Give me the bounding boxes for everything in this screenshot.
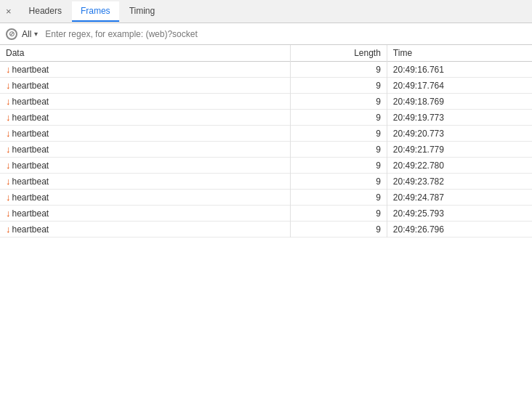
cell-data: ↓heartbeat xyxy=(0,190,290,206)
column-header-length: Length xyxy=(290,45,387,62)
column-header-time: Time xyxy=(387,45,532,62)
table-row[interactable]: ↓heartbeat920:49:20.773 xyxy=(0,126,532,142)
table-row[interactable]: ↓heartbeat920:49:25.793 xyxy=(0,206,532,222)
close-icon[interactable]: × xyxy=(6,6,12,17)
cell-data: ↓heartbeat xyxy=(0,174,290,190)
cell-time: 20:49:16.761 xyxy=(387,62,532,78)
cell-time: 20:49:23.782 xyxy=(387,174,532,190)
cell-length: 9 xyxy=(290,142,387,158)
cell-time: 20:49:17.764 xyxy=(387,78,532,94)
cell-length: 9 xyxy=(290,78,387,94)
tab-headers[interactable]: Headers xyxy=(20,1,70,22)
arrow-down-icon: ↓ xyxy=(6,208,11,219)
table-row[interactable]: ↓heartbeat920:49:21.779 xyxy=(0,142,532,158)
cell-data-text: heartbeat xyxy=(12,161,49,171)
cell-time: 20:49:25.793 xyxy=(387,206,532,222)
cell-data-text: heartbeat xyxy=(12,65,49,75)
cell-time: 20:49:21.779 xyxy=(387,142,532,158)
regex-filter-input[interactable] xyxy=(45,29,526,39)
column-header-data: Data xyxy=(0,45,290,62)
cell-length: 9 xyxy=(290,222,387,237)
tab-bar: × Headers Frames Timing xyxy=(0,0,532,23)
cell-data-text: heartbeat xyxy=(12,224,49,235)
table-row[interactable]: ↓heartbeat920:49:17.764 xyxy=(0,78,532,94)
cell-data-text: heartbeat xyxy=(12,208,49,219)
table-row[interactable]: ↓heartbeat920:49:23.782 xyxy=(0,174,532,190)
arrow-down-icon: ↓ xyxy=(6,64,11,75)
cell-data: ↓heartbeat xyxy=(0,142,290,158)
filter-all-label[interactable]: All xyxy=(22,29,31,39)
cell-length: 9 xyxy=(290,62,387,78)
cell-length: 9 xyxy=(290,126,387,142)
cell-length: 9 xyxy=(290,110,387,126)
arrow-down-icon: ↓ xyxy=(6,160,11,171)
arrow-down-icon: ↓ xyxy=(6,112,11,123)
tab-frames[interactable]: Frames xyxy=(72,1,119,22)
cell-length: 9 xyxy=(290,174,387,190)
frames-table-container: Data Length Time ↓heartbeat920:49:16.761… xyxy=(0,45,532,406)
cell-data-text: heartbeat xyxy=(12,176,49,187)
table-row[interactable]: ↓heartbeat920:49:19.773 xyxy=(0,110,532,126)
arrow-down-icon: ↓ xyxy=(6,80,11,91)
cell-data: ↓heartbeat xyxy=(0,78,290,94)
cell-length: 9 xyxy=(290,94,387,110)
cell-data: ↓heartbeat xyxy=(0,94,290,110)
arrow-down-icon: ↓ xyxy=(6,96,11,107)
cell-time: 20:49:24.787 xyxy=(387,190,532,206)
frames-table: Data Length Time ↓heartbeat920:49:16.761… xyxy=(0,45,532,237)
cell-data-text: heartbeat xyxy=(12,81,49,91)
cell-data: ↓heartbeat xyxy=(0,158,290,174)
block-icon: ⊘ xyxy=(6,28,17,40)
table-row[interactable]: ↓heartbeat920:49:24.787 xyxy=(0,190,532,206)
cell-time: 20:49:19.773 xyxy=(387,110,532,126)
arrow-down-icon: ↓ xyxy=(6,176,11,187)
cell-data-text: heartbeat xyxy=(12,129,49,139)
cell-data: ↓heartbeat xyxy=(0,206,290,222)
tab-timing[interactable]: Timing xyxy=(121,1,164,22)
cell-length: 9 xyxy=(290,190,387,206)
cell-time: 20:49:26.796 xyxy=(387,222,532,237)
cell-data: ↓heartbeat xyxy=(0,110,290,126)
table-row[interactable]: ↓heartbeat920:49:22.780 xyxy=(0,158,532,174)
cell-data-text: heartbeat xyxy=(12,113,49,123)
chevron-down-icon[interactable]: ▾ xyxy=(34,30,38,38)
arrow-down-icon: ↓ xyxy=(6,224,11,235)
cell-data-text: heartbeat xyxy=(12,145,49,155)
cell-time: 20:49:20.773 xyxy=(387,126,532,142)
arrow-down-icon: ↓ xyxy=(6,144,11,155)
cell-data: ↓heartbeat xyxy=(0,62,290,78)
arrow-down-icon: ↓ xyxy=(6,192,11,203)
cell-data-text: heartbeat xyxy=(12,192,49,203)
table-header-row: Data Length Time xyxy=(0,45,532,62)
table-row[interactable]: ↓heartbeat920:49:18.769 xyxy=(0,94,532,110)
arrow-down-icon: ↓ xyxy=(6,128,11,139)
filter-bar: ⊘ All ▾ xyxy=(0,23,532,45)
cell-length: 9 xyxy=(290,158,387,174)
cell-data-text: heartbeat xyxy=(12,97,49,107)
table-row[interactable]: ↓heartbeat920:49:26.796 xyxy=(0,222,532,237)
cell-length: 9 xyxy=(290,206,387,222)
cell-time: 20:49:22.780 xyxy=(387,158,532,174)
cell-time: 20:49:18.769 xyxy=(387,94,532,110)
cell-data: ↓heartbeat xyxy=(0,222,290,237)
table-row[interactable]: ↓heartbeat920:49:16.761 xyxy=(0,62,532,78)
cell-data: ↓heartbeat xyxy=(0,126,290,142)
